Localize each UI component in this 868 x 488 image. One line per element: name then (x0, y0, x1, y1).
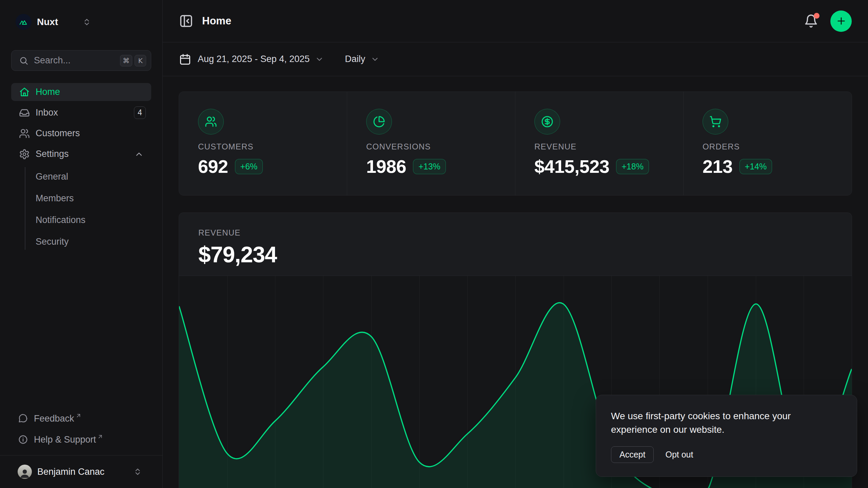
sidebar-collapse-button[interactable] (179, 14, 193, 28)
help-support-link[interactable]: Help & Support (11, 430, 151, 449)
search-shortcut: ⌘ K (120, 55, 146, 66)
stat-card-customers: CUSTOMERS692+6% (179, 92, 347, 195)
page-title: Home (202, 15, 231, 27)
filterbar: Aug 21, 2025 - Sep 4, 2025 Daily (163, 42, 868, 76)
sidebar-subitem-security[interactable]: Security (36, 231, 151, 252)
sidebar-item-inbox[interactable]: Inbox 4 (11, 104, 151, 122)
cookie-message: We use first-party cookies to enhance yo… (611, 409, 828, 437)
sidebar-item-settings[interactable]: Settings (11, 145, 151, 163)
search-icon (19, 56, 28, 65)
chevron-up-icon (134, 149, 144, 159)
kbd-k: K (135, 55, 146, 66)
stat-card-revenue: REVENUE$415,523+18% (515, 92, 684, 195)
gear-icon (19, 149, 30, 160)
topbar: Home (163, 0, 868, 42)
stat-value: 1986 (366, 156, 406, 177)
chevron-up-down-icon (133, 467, 142, 476)
inbox-count-badge: 4 (134, 106, 146, 119)
stat-delta-badge: +13% (413, 159, 446, 174)
granularity-select[interactable]: Daily (345, 54, 379, 64)
sidebar-subitem-members[interactable]: Members (36, 187, 151, 209)
home-icon (19, 87, 30, 98)
sidebar: Nuxt Search... ⌘ K Home Inbox 4 (0, 0, 163, 488)
revenue-chart-label: REVENUE (198, 228, 832, 238)
sidebar-footer: Feedback Help & Support Benjamin Canac (0, 409, 162, 488)
sidebar-item-customers[interactable]: Customers (11, 124, 151, 142)
cart-icon (703, 109, 728, 135)
sidebar-subitem-notifications[interactable]: Notifications (36, 209, 151, 231)
date-range-picker[interactable]: Aug 21, 2025 - Sep 4, 2025 (179, 53, 324, 65)
stat-value: $415,523 (534, 156, 609, 177)
external-link-icon (75, 412, 82, 419)
chevron-down-icon (315, 55, 324, 64)
settings-submenu: GeneralMembersNotificationsSecurity (11, 166, 151, 252)
workspace-switcher[interactable]: Nuxt (11, 12, 151, 32)
stat-card-conversions: CONVERSIONS1986+13% (347, 92, 515, 195)
cookie-banner: We use first-party cookies to enhance yo… (596, 395, 857, 477)
info-circle-icon (18, 434, 28, 445)
notification-dot (814, 13, 820, 19)
stat-card-orders: ORDERS213+14% (684, 92, 852, 195)
external-link-icon (97, 433, 103, 440)
chevron-up-down-icon (82, 18, 91, 26)
dollar-icon (534, 109, 560, 135)
accept-button[interactable]: Accept (611, 446, 654, 463)
panel-left-close-icon (179, 14, 193, 28)
stat-value: 692 (198, 156, 228, 177)
add-button[interactable] (830, 11, 852, 32)
search-placeholder: Search... (34, 55, 71, 66)
user-name: Benjamin Canac (37, 467, 104, 477)
stat-delta-badge: +6% (235, 159, 263, 174)
stat-label: CUSTOMERS (198, 142, 328, 151)
stat-label: REVENUE (534, 142, 664, 151)
stat-label: CONVERSIONS (366, 142, 496, 151)
search-input[interactable]: Search... ⌘ K (11, 50, 151, 71)
avatar (18, 465, 32, 479)
chevron-down-icon (371, 55, 379, 64)
plus-icon (836, 16, 847, 26)
revenue-chart-value: $79,234 (198, 242, 832, 267)
chat-bubble-icon (18, 413, 28, 424)
sidebar-subitem-general[interactable]: General (36, 166, 151, 187)
nuxt-logo-icon (16, 14, 32, 30)
stats-cards: CUSTOMERS692+6%CONVERSIONS1986+13%REVENU… (179, 92, 852, 196)
opt-out-button[interactable]: Opt out (664, 447, 694, 463)
feedback-link[interactable]: Feedback (11, 409, 151, 428)
kbd-command: ⌘ (120, 55, 132, 66)
calendar-icon (179, 53, 191, 65)
users-icon (19, 128, 30, 139)
stat-delta-badge: +18% (616, 159, 649, 174)
users-icon (198, 109, 224, 135)
stat-label: ORDERS (703, 142, 833, 151)
workspace-name: Nuxt (37, 17, 58, 27)
notifications-button[interactable] (804, 14, 818, 28)
pie-icon (366, 109, 392, 135)
stat-value: 213 (703, 156, 733, 177)
sidebar-item-home[interactable]: Home (11, 83, 151, 101)
sidebar-nav: Home Inbox 4 Customers Settings GeneralM… (11, 83, 151, 255)
inbox-icon (19, 107, 30, 118)
user-menu[interactable]: Benjamin Canac (0, 455, 162, 488)
stat-delta-badge: +14% (739, 159, 772, 174)
